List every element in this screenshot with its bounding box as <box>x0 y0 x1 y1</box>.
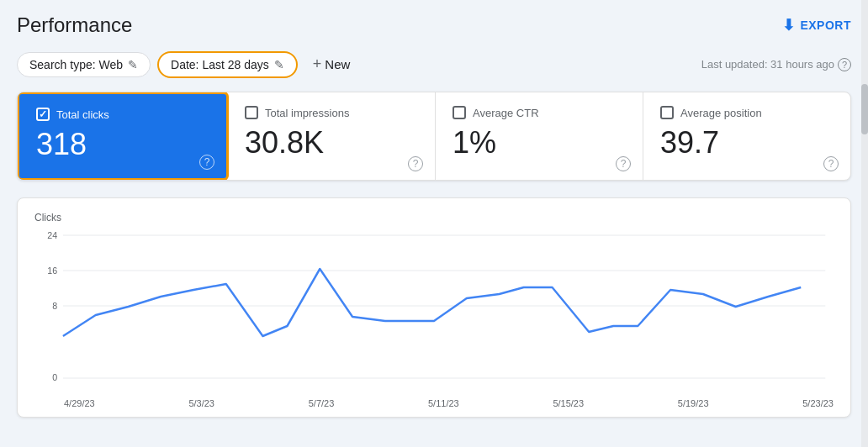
svg-text:16: 16 <box>47 265 57 275</box>
x-label-2: 5/3/23 <box>188 398 214 408</box>
last-updated-text: Last updated: 31 hours ago <box>701 58 834 71</box>
metric-card-total-clicks[interactable]: ✓ Total clicks 318 ? <box>17 92 229 181</box>
metric-checkbox-clicks: ✓ <box>36 108 50 121</box>
metric-help-position[interactable]: ? <box>823 156 839 171</box>
metric-header-impressions: Total impressions <box>245 106 418 119</box>
metric-help-ctr[interactable]: ? <box>616 156 631 171</box>
metric-help-impressions[interactable]: ? <box>408 156 423 171</box>
date-filter[interactable]: Date: Last 28 days ✎ <box>157 51 298 78</box>
new-label: New <box>325 57 350 71</box>
date-label: Date: Last 28 days <box>171 58 269 71</box>
metric-checkbox-position <box>660 106 674 119</box>
metric-card-impressions[interactable]: Total impressions 30.8K ? <box>228 92 436 180</box>
edit-date-icon: ✎ <box>274 58 284 71</box>
metric-card-position[interactable]: Average position 39.7 ? <box>643 92 850 180</box>
new-button[interactable]: + New <box>304 50 359 78</box>
svg-text:24: 24 <box>47 229 57 239</box>
last-updated-help-icon[interactable]: ? <box>838 58 851 71</box>
x-label-4: 5/11/23 <box>428 398 459 408</box>
metric-label-impressions: Total impressions <box>265 107 349 119</box>
search-type-filter[interactable]: Search type: Web ✎ <box>17 52 151 77</box>
header: Performance ⬇ EXPORT <box>17 13 851 37</box>
export-button[interactable]: ⬇ EXPORT <box>782 16 851 34</box>
metric-header-clicks: ✓ Total clicks <box>36 108 209 121</box>
metric-help-clicks[interactable]: ? <box>199 155 214 170</box>
metrics-row: ✓ Total clicks 318 ? Total impressions 3… <box>17 92 851 181</box>
svg-text:8: 8 <box>52 300 57 310</box>
checkmark-icon: ✓ <box>39 108 47 120</box>
metric-card-ctr[interactable]: Average CTR 1% ? <box>436 92 643 180</box>
scrollbar[interactable] <box>861 0 868 447</box>
svg-text:0: 0 <box>52 371 57 381</box>
metric-checkbox-impressions <box>245 106 258 119</box>
x-label-7: 5/23/23 <box>802 398 834 408</box>
x-label-5: 5/15/23 <box>553 398 584 408</box>
export-icon: ⬇ <box>782 16 796 34</box>
filters-row: Search type: Web ✎ Date: Last 28 days ✎ … <box>17 50 851 78</box>
metric-label-ctr: Average CTR <box>473 107 539 119</box>
metric-value-position: 39.7 <box>660 126 834 160</box>
metric-value-ctr: 1% <box>453 126 626 160</box>
metric-value-clicks: 318 <box>36 128 209 161</box>
chart-svg: 24 16 8 0 <box>34 227 834 395</box>
x-label-6: 5/19/23 <box>678 398 709 408</box>
scrollbar-thumb[interactable] <box>861 84 868 134</box>
metric-value-impressions: 30.8K <box>245 126 418 160</box>
metric-label-position: Average position <box>680 107 762 119</box>
metric-checkbox-ctr <box>453 106 466 119</box>
search-type-label: Search type: Web <box>29 58 123 71</box>
page-container: Performance ⬇ EXPORT Search type: Web ✎ … <box>0 0 868 447</box>
x-label-1: 4/29/23 <box>64 398 95 408</box>
page-title: Performance <box>17 13 132 37</box>
x-axis-labels: 4/29/23 5/3/23 5/7/23 5/11/23 5/15/23 5/… <box>34 395 834 408</box>
chart-area: Clicks 24 16 8 0 4/29/23 5 <box>17 197 851 418</box>
last-updated: Last updated: 31 hours ago ? <box>701 58 851 71</box>
edit-search-type-icon: ✎ <box>128 58 138 71</box>
metric-header-ctr: Average CTR <box>453 106 626 119</box>
export-label: EXPORT <box>800 18 851 32</box>
plus-icon: + <box>313 55 322 73</box>
chart-y-label: Clicks <box>34 212 834 224</box>
chart-wrapper: 24 16 8 0 <box>34 227 834 395</box>
x-label-3: 5/7/23 <box>309 398 335 408</box>
metric-label-clicks: Total clicks <box>56 108 109 121</box>
metric-header-position: Average position <box>660 106 834 119</box>
